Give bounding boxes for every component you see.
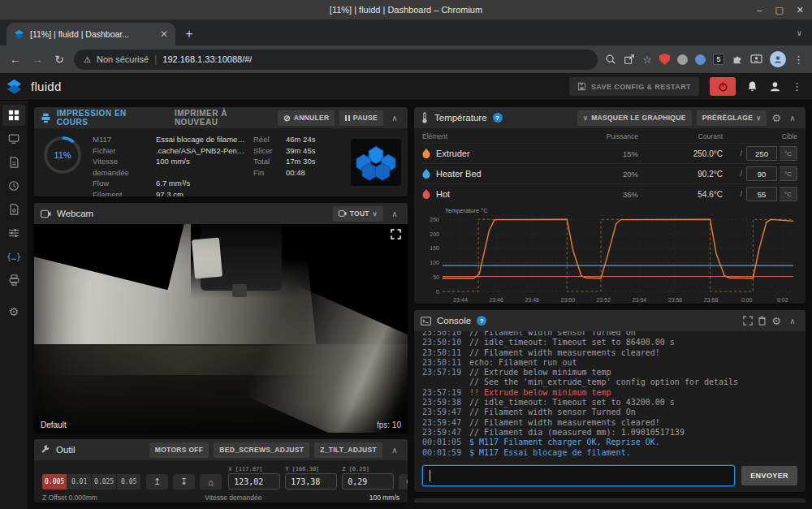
console-icon (421, 317, 431, 326)
webcam-fps-label: fps: 10 (377, 421, 401, 429)
heater-target-input[interactable]: 90 (746, 166, 777, 181)
close-icon[interactable]: ✕ (797, 5, 804, 15)
z-offset-down-button[interactable]: ↧ (173, 474, 195, 490)
console-settings-gear-icon[interactable]: ⚙ (771, 315, 781, 327)
temperature-settings-gear-icon[interactable]: ⚙ (771, 112, 781, 124)
home-all-button[interactable]: ⌂ (200, 474, 222, 490)
sidebar-item-history[interactable] (2, 175, 25, 196)
tab-search-icon[interactable]: ∨ (797, 28, 802, 37)
step-button[interactable]: 0.025 (92, 474, 117, 490)
collapse-chevron-icon[interactable]: ∧ (786, 114, 799, 123)
field-label: Flow (93, 178, 156, 189)
video-icon (339, 210, 347, 217)
share-icon[interactable] (624, 54, 635, 65)
save-config-button[interactable]: SAVE CONFIG & RESTART (569, 77, 699, 96)
console-line-time: 23:50:10 (422, 338, 469, 347)
z-offset-up-button[interactable]: ↥ (146, 474, 168, 490)
extension-icon-blue[interactable] (695, 54, 706, 65)
expand-icon[interactable] (743, 316, 753, 326)
macro-button[interactable]: MOTORS OFF (149, 442, 209, 458)
security-warning-icon[interactable]: ⚠ (84, 55, 91, 64)
bookmark-star-icon[interactable]: ☆ (642, 54, 652, 66)
minimize-icon[interactable]: – (757, 5, 762, 15)
console-log[interactable]: 23:50:10// Filament width sensor Turned … (414, 331, 806, 459)
status-field: M117Essai blocage de filament. (93, 134, 245, 145)
address-bar[interactable]: ⚠ Non sécurisé | 192.168.1.33:10088/#/ (74, 50, 598, 70)
zoom-icon[interactable] (605, 54, 616, 65)
extension-shield-icon[interactable] (659, 54, 670, 65)
temperature-chart: 05010015020025023:4423:4623:4823:5023:52… (421, 206, 799, 304)
trash-icon[interactable] (758, 316, 767, 326)
reload-icon[interactable]: ↻ (52, 52, 67, 67)
cancel-icon: ⊘ (283, 114, 291, 123)
macro-button[interactable]: BED_SCREWS_ADJUST (214, 442, 309, 458)
fluidd-logo (6, 78, 23, 95)
hide-graph-button[interactable]: ∨ MASQUER LE GRAPHIQUE (577, 110, 692, 126)
collapse-chevron-icon[interactable]: ∧ (388, 114, 401, 123)
step-button[interactable]: 0.01 (67, 474, 92, 490)
axis-input[interactable]: 173,38 (285, 473, 337, 490)
collapse-chevron-icon[interactable]: ∧ (388, 446, 401, 455)
webcam-filter-dropdown[interactable]: TOUT ∨ (333, 206, 383, 222)
sidebar-item-settings[interactable]: ⚙ (2, 301, 25, 322)
heater-row[interactable]: Heater Bed20%90.2°C/90°C (422, 163, 797, 183)
reprint-tab[interactable]: IMPRIMER À NOUVEAU (175, 109, 272, 127)
axis-input[interactable]: 123,02 (228, 473, 280, 490)
notifications-bell-icon[interactable] (746, 80, 758, 93)
sidebar-item-macros[interactable]: {…} (2, 246, 25, 267)
dashboard-content: IMPRESSION EN COURS IMPRIMER À NOUVEAU ⊘… (28, 101, 812, 509)
back-icon[interactable]: ← (8, 52, 23, 67)
info-icon[interactable]: ? (493, 113, 503, 123)
axis-input[interactable]: 0,29 (342, 473, 394, 490)
cancel-button[interactable]: ⊘ ANNULER (278, 110, 335, 126)
z-offset-steps: 0.0050.010.0250.05 (42, 474, 141, 490)
sidebar-item-jobs[interactable] (2, 152, 25, 173)
user-icon[interactable] (769, 80, 781, 93)
thermometer-icon (421, 112, 429, 123)
info-icon[interactable]: ? (477, 316, 486, 326)
heater-row[interactable]: Hot36%54.6°C/55°C (422, 183, 797, 204)
heater-row[interactable]: Extruder15%250.0°C/250°C (422, 143, 797, 163)
macro-button[interactable]: Z_TILT_ADJUST (314, 442, 382, 458)
console-panel: Console ? ⚙ ∧ 23:50:10// Filament width … (414, 310, 806, 492)
heater-target: /90°C (723, 166, 797, 181)
sidebar-item-tune[interactable] (2, 222, 25, 244)
puzzle-icon[interactable] (732, 54, 743, 65)
new-tab-button[interactable]: + (179, 24, 200, 45)
extension-icon-gray[interactable] (677, 54, 688, 65)
extension-badge[interactable]: 5 (713, 54, 724, 65)
gear-icon: ⚙ (9, 305, 19, 318)
console-input[interactable] (422, 465, 735, 486)
app-menu-icon[interactable]: ⋮ (792, 80, 802, 93)
profile-switch-icon[interactable] (750, 54, 762, 65)
tab-close-icon[interactable]: ✕ (160, 28, 168, 40)
sidebar-item-printer[interactable] (2, 270, 25, 291)
console-line-text: // idle_timeout: Timeout set to 43200.00… (469, 398, 675, 408)
move-crosshair-button[interactable]: ⊕ (399, 474, 408, 490)
sidebar-item-console[interactable] (2, 128, 25, 149)
sidebar-item-dashboard[interactable] (2, 105, 25, 126)
heater-target-input[interactable]: 250 (746, 146, 777, 161)
webcam-stream[interactable]: Default fps: 10 (34, 224, 408, 433)
webcam-panel: Webcam TOUT ∨ ∧ (34, 203, 408, 433)
maximize-icon[interactable]: ▢ (775, 5, 783, 15)
emergency-stop-button[interactable] (710, 77, 736, 96)
forward-icon[interactable]: → (30, 52, 45, 67)
browser-tab[interactable]: [11%] | fluidd | Dashboar... ✕ (6, 23, 175, 45)
print-status-panel: IMPRESSION EN COURS IMPRIMER À NOUVEAU ⊘… (34, 107, 408, 196)
fullscreen-icon[interactable] (391, 229, 401, 239)
sidebar-item-configure[interactable] (2, 199, 25, 220)
browser-menu-icon[interactable]: ⋮ (793, 54, 804, 66)
model-preview-icon (354, 142, 398, 183)
step-button[interactable]: 0.005 (42, 474, 67, 490)
console-line: 23:50:11echo: Filament run out (422, 358, 797, 368)
collapse-chevron-icon[interactable]: ∧ (388, 209, 401, 218)
preset-dropdown[interactable]: PRÉRÉGLAGE ∨ (697, 110, 767, 126)
heater-target-input[interactable]: 55 (746, 187, 777, 201)
profile-avatar[interactable] (770, 51, 786, 67)
pause-button[interactable]: PAUSE (339, 110, 383, 126)
console-line-text: // idle_timeout: Timeout set to 86400.00… (469, 338, 675, 347)
collapse-chevron-icon[interactable]: ∧ (786, 317, 799, 326)
send-button[interactable]: ENVOYER (741, 466, 797, 485)
step-button[interactable]: 0.05 (117, 474, 141, 490)
